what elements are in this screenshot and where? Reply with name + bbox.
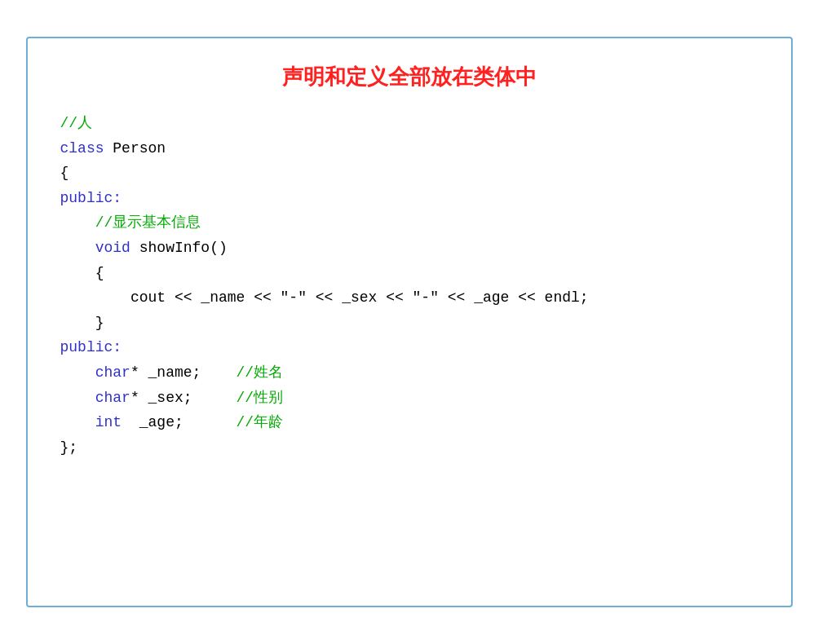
inner-brace-open: { [60, 261, 758, 286]
class-decl: class Person [60, 136, 758, 161]
brace-close: }; [60, 435, 758, 461]
cout-line: cout << _name << "-" << _sex << "-" << _… [60, 285, 758, 311]
comment1: //人 [60, 111, 758, 136]
public2: public: [60, 335, 758, 360]
code-block: //人class Person{public: //显示基本信息 void sh… [60, 111, 758, 460]
brace-open: { [60, 161, 758, 186]
int-age: int _age; //年龄 [60, 410, 758, 435]
char-sex: char* _sex; //性别 [60, 386, 758, 411]
public1: public: [60, 186, 758, 211]
panel-title: 声明和定义全部放在类体中 [60, 63, 758, 91]
code-panel: 声明和定义全部放在类体中 //人class Person{public: //显… [26, 37, 793, 607]
char-name: char* _name; //姓名 [60, 360, 758, 386]
inner-brace-close: } [60, 311, 758, 336]
indent-comment2: //显示基本信息 [60, 210, 758, 236]
void-show: void showInfo() [60, 236, 758, 261]
